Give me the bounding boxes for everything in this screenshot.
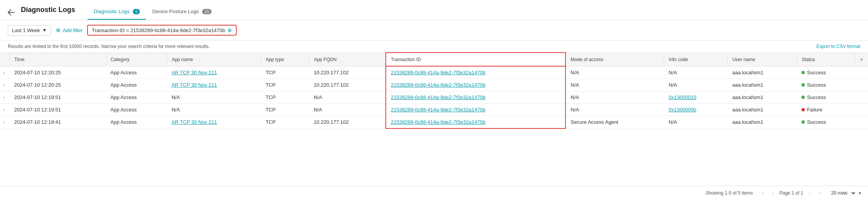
cell-time: 2024-07-10 12:19:41 (10, 116, 106, 129)
filters-bar: Last 1 Week ▼ ⊕ Add filter Transaction-I… (0, 20, 868, 41)
cell-app-name[interactable]: AR TCP 30 Nov 211 (172, 82, 217, 88)
pagination-controls: « ‹ Page 1 of 1 › » (759, 189, 823, 197)
active-filter-tag: Transaction-ID = 21538289-0c88-414a-9de2… (87, 25, 237, 36)
cell-app-fqdn: N/A (309, 104, 386, 116)
col-time: Time (10, 53, 106, 66)
cell-app-fqdn: N/A (309, 91, 386, 104)
col-expand (0, 53, 10, 66)
add-column-button[interactable]: + (860, 56, 863, 63)
diagnostic-logs-badge: 5 (133, 9, 140, 14)
table-header-row: Time Category App name App type App FQDN… (0, 53, 868, 66)
cell-mode-of-access: N/A (565, 79, 664, 91)
tab-diagnostic-logs[interactable]: Diagnostic Logs 5 (88, 5, 146, 20)
status-label: Success (807, 82, 826, 88)
chevron-down-icon-rows: ▼ (858, 191, 862, 195)
table-row: ›2024-07-10 12:20:25App AccessAR TCP 30 … (0, 66, 868, 79)
cell-app-type: TCP (261, 79, 309, 91)
cell-mode-of-access: N/A (565, 66, 664, 79)
cell-app-type: TCP (261, 116, 309, 129)
table-row: ›2024-07-10 12:19:51App AccessN/ATCPN/A2… (0, 104, 868, 116)
row-expand-button[interactable]: › (3, 107, 5, 113)
prev-page-button[interactable]: ‹ (770, 189, 777, 197)
add-filter-button[interactable]: ⊕ Add filter (56, 27, 83, 34)
table-footer: Showing 1-5 of 5 items « ‹ Page 1 of 1 ›… (0, 186, 868, 200)
cell-category: App Access (106, 91, 167, 104)
chevron-down-icon: ▼ (42, 27, 47, 33)
cell-transaction-id: 21538289-0c88-414a-9de2-7f3e32a1470b (386, 116, 565, 129)
status-dot-icon (801, 71, 805, 74)
back-button[interactable] (8, 9, 15, 15)
last-page-button[interactable]: » (816, 189, 823, 197)
table-container: Time Category App name App type App FQDN… (0, 52, 868, 186)
cell-mode-of-access: N/A (565, 91, 664, 104)
next-page-button[interactable]: › (806, 189, 813, 197)
status-dot-icon (801, 83, 805, 87)
transaction-id-link[interactable]: 21538289-0c88-414a-9de2-7f3e32a1470b (391, 107, 485, 113)
cell-category: App Access (106, 116, 167, 129)
status-label: Success (807, 70, 826, 75)
cell-user-name: aaa.local\sm1 (727, 66, 797, 79)
transaction-id-link[interactable]: 21538289-0c88-414a-9de2-7f3e32a1470b (391, 70, 485, 75)
row-expand-button[interactable]: › (3, 82, 5, 88)
table-row: ›2024-07-10 12:19:51App AccessN/ATCPN/A2… (0, 91, 868, 104)
transaction-id-link[interactable]: 21538289-0c88-414a-9de2-7f3e32a1470b (391, 94, 485, 100)
cell-status: Success (797, 91, 855, 104)
cell-info-code[interactable]: 0x1300000b (669, 107, 696, 113)
cell-actions (855, 91, 868, 104)
tab-device-posture-logs[interactable]: Device Posture Logs 15 (146, 5, 218, 20)
col-info-code: Info code (664, 53, 727, 66)
filter-tag-close-icon[interactable]: ⊗ (227, 27, 232, 33)
status-dot-icon (801, 108, 805, 111)
info-bar: Results are limited to the first 10000 r… (0, 41, 868, 52)
transaction-id-link[interactable]: 21538289-0c88-414a-9de2-7f3e32a1470b (391, 82, 485, 88)
export-csv-link[interactable]: Export to CSV format (816, 44, 860, 49)
cell-actions (855, 66, 868, 79)
cell-info-code[interactable]: 0x13000010 (669, 94, 696, 100)
first-page-button[interactable]: « (759, 189, 767, 197)
row-expand-button[interactable]: › (3, 120, 5, 125)
cell-app-type: TCP (261, 104, 309, 116)
col-user-name: User name (727, 53, 797, 66)
status-dot-icon (801, 120, 805, 124)
cell-info-code: N/A (664, 116, 727, 129)
col-transaction-id: Transaction ID (386, 53, 565, 66)
page-title: Diagnostic Logs (21, 6, 75, 19)
cell-category: App Access (106, 104, 167, 116)
row-expand-button[interactable]: › (3, 95, 5, 100)
table-row: ›2024-07-10 12:20:25App AccessAR TCP 30 … (0, 79, 868, 91)
cell-status: Success (797, 116, 855, 129)
table-body: ›2024-07-10 12:20:25App AccessAR TCP 30 … (0, 66, 868, 128)
status-dot-icon (801, 96, 805, 99)
row-expand-button[interactable]: › (3, 70, 5, 75)
transaction-id-link[interactable]: 21538289-0c88-414a-9de2-7f3e32a1470b (391, 119, 485, 125)
cell-app-fqdn: 10.220.177.102 (309, 66, 386, 79)
cell-mode-of-access: Secure Access Agent (565, 116, 664, 129)
cell-user-name: aaa.local\sm1 (727, 104, 797, 116)
data-table: Time Category App name App type App FQDN… (0, 52, 868, 129)
cell-time: 2024-07-10 12:20:25 (10, 66, 106, 79)
status-label: Success (807, 94, 826, 100)
cell-app-name[interactable]: AR TCP 30 Nov 211 (172, 119, 217, 125)
cell-category: App Access (106, 66, 167, 79)
time-selector[interactable]: Last 1 Week ▼ (8, 25, 51, 36)
cell-time: 2024-07-10 12:19:51 (10, 91, 106, 104)
cell-app-fqdn: 10.220.177.102 (309, 116, 386, 129)
cell-actions (855, 79, 868, 91)
cell-transaction-id: 21538289-0c88-414a-9de2-7f3e32a1470b (386, 66, 565, 79)
cell-user-name: aaa.local\sm1 (727, 79, 797, 91)
cell-info-code: N/A (664, 66, 727, 79)
cell-actions (855, 104, 868, 116)
cell-transaction-id: 21538289-0c88-414a-9de2-7f3e32a1470b (386, 91, 565, 104)
cell-app-type: TCP (261, 91, 309, 104)
cell-mode-of-access: N/A (565, 104, 664, 116)
cell-status: Failure (797, 104, 855, 116)
device-posture-badge: 15 (202, 9, 211, 14)
tab-list: Diagnostic Logs 5 Device Posture Logs 15 (88, 5, 218, 20)
rows-per-page: 20 rows 50 rows 100 rows ▼ (830, 190, 862, 196)
rows-per-page-select[interactable]: 20 rows 50 rows 100 rows (830, 190, 856, 196)
cell-app-fqdn: 10.220.177.102 (309, 79, 386, 91)
status-label: Failure (807, 107, 822, 113)
cell-app-name[interactable]: AR TCP 30 Nov 211 (172, 70, 217, 75)
cell-transaction-id: 21538289-0c88-414a-9de2-7f3e32a1470b (386, 79, 565, 91)
col-status: Status (797, 53, 855, 66)
